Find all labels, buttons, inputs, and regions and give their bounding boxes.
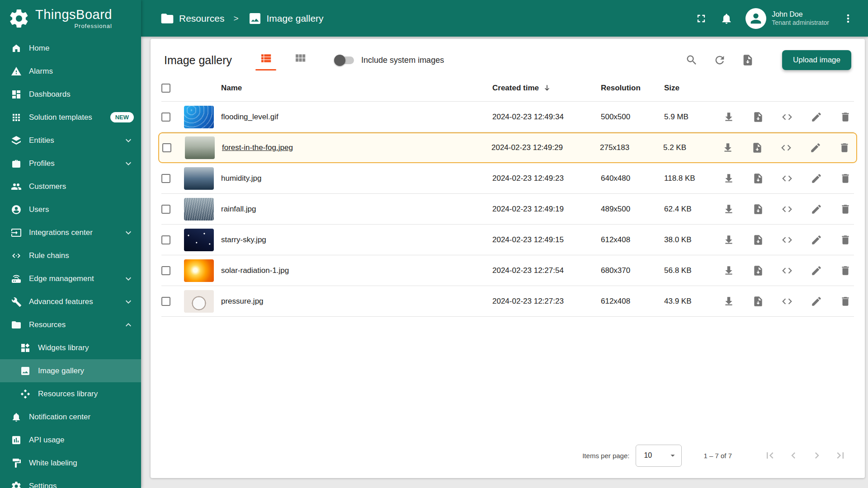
column-header-created-time[interactable]: Created time (492, 84, 601, 93)
download-image-button[interactable] (722, 142, 734, 154)
refresh-icon (713, 54, 726, 66)
table-row[interactable]: flooding_level.gif 2024-02-23 12:49:34 5… (161, 102, 854, 132)
download-image-button[interactable] (723, 234, 735, 246)
app-logo[interactable]: ThingsBoard Professional (0, 0, 141, 37)
previous-page-button[interactable] (787, 449, 800, 462)
export-image-button[interactable] (751, 142, 763, 154)
sidebar-item-alarms[interactable]: Alarms (0, 60, 141, 83)
next-page-button[interactable] (811, 449, 823, 462)
column-header-size[interactable]: Size (664, 84, 723, 93)
column-header-name[interactable]: Name (221, 84, 492, 93)
edit-image-button[interactable] (811, 296, 822, 307)
row-checkbox[interactable] (161, 235, 170, 244)
table-row[interactable]: rainfall.jpg 2024-02-23 12:49:19 489x500… (161, 194, 854, 225)
embed-code-button[interactable] (781, 173, 793, 184)
import-image-button[interactable] (741, 54, 754, 66)
sidebar-item-dashboards[interactable]: Dashboards (0, 83, 141, 106)
download-image-button[interactable] (723, 111, 735, 123)
edit-image-button[interactable] (811, 173, 822, 184)
more-menu-button[interactable] (842, 12, 854, 25)
sidebar-item-entities[interactable]: Entities (0, 129, 141, 152)
table-row[interactable]: forest-in-the-fog.jpeg 2024-02-23 12:49:… (158, 132, 857, 163)
last-page-button[interactable] (834, 449, 847, 462)
export-image-button[interactable] (752, 111, 764, 123)
table-row[interactable]: pressure.jpg 2024-02-23 12:27:23 612x408… (161, 286, 854, 317)
export-image-button[interactable] (752, 203, 764, 215)
edit-image-button[interactable] (811, 203, 822, 215)
delete-image-button[interactable] (840, 234, 851, 246)
embed-code-button[interactable] (781, 296, 793, 307)
edit-image-button[interactable] (811, 265, 822, 277)
sidebar-item-solution-templates[interactable]: Solution templates NEW (0, 106, 141, 129)
row-checkbox[interactable] (161, 174, 170, 183)
image-name: humidity.jpg (221, 174, 492, 183)
download-image-button[interactable] (723, 173, 735, 184)
sidebar-item-customers[interactable]: Customers (0, 175, 141, 198)
download-image-button[interactable] (723, 296, 735, 307)
breadcrumb-resources[interactable]: Resources (160, 11, 224, 26)
include-system-images-toggle[interactable]: Include system images (335, 56, 444, 65)
download-image-button[interactable] (723, 203, 735, 215)
edit-image-button[interactable] (810, 142, 821, 154)
edit-image-button[interactable] (811, 234, 822, 246)
upload-image-button[interactable]: Upload image (782, 50, 851, 70)
sidebar-item-users[interactable]: Users (0, 198, 141, 221)
grid-view-tab[interactable] (285, 50, 315, 70)
sidebar-item-api-usage[interactable]: API usage (0, 428, 141, 451)
delete-image-button[interactable] (839, 142, 850, 154)
bell-icon (720, 12, 733, 25)
sidebar-item-profiles[interactable]: Profiles (0, 152, 141, 175)
column-header-resolution[interactable]: Resolution (601, 84, 664, 93)
user-menu[interactable]: John Doe Tenant administrator (745, 8, 829, 29)
row-checkbox[interactable] (161, 297, 170, 306)
embed-code-button[interactable] (780, 142, 792, 154)
created-time-label: Created time (492, 84, 539, 93)
delete-image-button[interactable] (840, 265, 851, 277)
delete-image-button[interactable] (840, 203, 851, 215)
export-image-button[interactable] (752, 265, 764, 277)
sidebar-item-label: Image gallery (38, 366, 84, 375)
toggle-switch[interactable] (335, 56, 354, 64)
embed-code-button[interactable] (781, 203, 793, 215)
row-checkbox[interactable] (161, 266, 170, 275)
delete-image-button[interactable] (840, 173, 851, 184)
embed-code-button[interactable] (781, 234, 793, 246)
table-row[interactable]: humidity.jpg 2024-02-23 12:49:23 640x480… (161, 163, 854, 194)
first-page-button[interactable] (764, 449, 776, 462)
sidebar-item-widgets-library[interactable]: Widgets library (0, 336, 141, 359)
export-image-button[interactable] (752, 296, 764, 307)
table-row[interactable]: solar-radiation-1.jpg 2024-02-23 12:27:5… (161, 255, 854, 286)
sidebar-item-white-labeling[interactable]: White labeling (0, 451, 141, 474)
delete-image-button[interactable] (840, 111, 851, 123)
download-image-button[interactable] (723, 265, 735, 277)
breadcrumb-image-gallery-label: Image gallery (267, 13, 324, 24)
row-checkbox[interactable] (161, 205, 170, 214)
select-all-checkbox[interactable] (161, 84, 170, 93)
row-checkbox[interactable] (162, 143, 171, 152)
export-image-button[interactable] (752, 234, 764, 246)
list-view-tab[interactable] (251, 50, 281, 70)
sidebar-item-advanced-features[interactable]: Advanced features (0, 290, 141, 313)
table-row[interactable]: starry-sky.jpg 2024-02-23 12:49:15 612x4… (161, 225, 854, 255)
sidebar-item-image-gallery[interactable]: Image gallery (0, 359, 141, 382)
sidebar-item-notification-center[interactable]: Notification center (0, 405, 141, 428)
sidebar-item-rule-chains[interactable]: Rule chains (0, 244, 141, 267)
fullscreen-button[interactable] (695, 12, 708, 25)
sidebar-item-integrations-center[interactable]: Integrations center (0, 221, 141, 244)
export-image-button[interactable] (752, 173, 764, 184)
notifications-button[interactable] (720, 12, 733, 25)
edit-image-button[interactable] (811, 111, 822, 123)
sidebar-item-resources[interactable]: Resources (0, 313, 141, 336)
delete-image-button[interactable] (840, 296, 851, 307)
sidebar-item-resources-library[interactable]: Resources library (0, 382, 141, 405)
embed-code-button[interactable] (781, 111, 793, 123)
sidebar-item-edge-management[interactable]: Edge management (0, 267, 141, 290)
refresh-button[interactable] (713, 54, 726, 66)
sidebar-item-home[interactable]: Home (0, 37, 141, 60)
row-checkbox[interactable] (161, 113, 170, 122)
items-per-page-select[interactable]: 10 (636, 445, 682, 467)
breadcrumb-image-gallery[interactable]: Image gallery (248, 11, 324, 26)
sidebar-item-settings[interactable]: Settings (0, 474, 141, 488)
search-button[interactable] (685, 54, 698, 66)
embed-code-button[interactable] (781, 265, 793, 277)
